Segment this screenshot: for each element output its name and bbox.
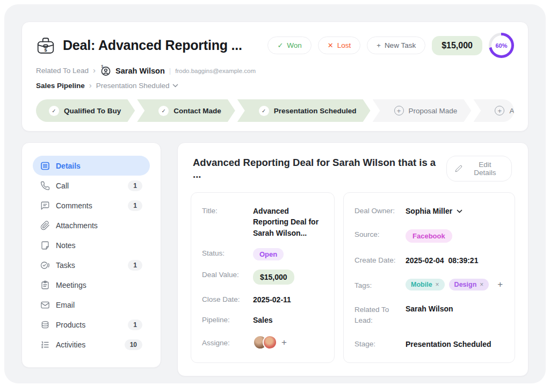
sidebar-item-call[interactable]: Call 1	[33, 176, 150, 195]
stage-label: Presentation Scheduled	[274, 107, 357, 115]
sidebar-item-details[interactable]: Details	[33, 156, 150, 176]
sidebar-item-meetings[interactable]: Meetings	[33, 275, 150, 295]
stage-presentation-scheduled[interactable]: ✓ Presentation Scheduled	[237, 99, 371, 122]
phone-icon	[40, 181, 50, 191]
meetings-icon	[40, 280, 50, 290]
breadcrumb: Related To Lead › $ Sarah Wilson | frodo…	[36, 65, 514, 76]
stage-appointment-scheduled[interactable]: + Appointment Scheduled	[473, 99, 514, 122]
stage-dropdown[interactable]: Presentation Sheduled	[96, 82, 179, 90]
field-status: Status: Open	[202, 248, 323, 260]
stage-label: Qualified To Buy	[64, 107, 121, 115]
title-row: $ Deal: Advanced Reporting ... ✓ Won ✕ L…	[36, 33, 514, 58]
edit-details-label: Edit Details	[467, 161, 503, 177]
count-badge: 1	[128, 320, 142, 330]
deal-section-title: Advanced Reporting Deal for Sarah Wilson…	[193, 157, 446, 180]
field-label: Pipeline:	[202, 315, 253, 324]
status-badge: Open	[253, 248, 284, 260]
field-value: Sales	[253, 315, 273, 325]
lost-button[interactable]: ✕ Lost	[318, 37, 360, 54]
field-label: Title:	[202, 206, 253, 215]
pipeline-name[interactable]: Sales Pipeline	[36, 82, 85, 90]
field-value: Advanced Reporting Deal for Sarah Wilson…	[253, 206, 323, 238]
field-label: Deal Owner:	[354, 206, 406, 215]
field-assignee: Assigne: +	[202, 335, 323, 350]
sidebar-item-notes[interactable]: Notes	[33, 235, 150, 255]
plus-icon: +	[495, 106, 504, 115]
assignee-avatar[interactable]	[263, 335, 277, 350]
close-icon: ✕	[328, 42, 334, 49]
notes-icon	[40, 241, 50, 250]
count-badge: 1	[128, 260, 142, 271]
field-pipeline: Pipeline: Sales	[202, 315, 323, 325]
lead-name-link[interactable]: Sarah Wilson	[115, 67, 165, 75]
stage-proposal-made[interactable]: + Proposal Made	[373, 99, 472, 122]
svg-text:$: $	[102, 65, 104, 68]
remove-tag-icon[interactable]: ×	[480, 281, 483, 288]
sidebar-item-label: Call	[56, 182, 69, 190]
field-related-lead: Related To Lead: Sarah Wilson	[354, 303, 504, 326]
won-label: Won	[287, 41, 302, 49]
info-cards: Title: Advanced Reporting Deal for Sarah…	[191, 192, 515, 363]
activities-icon	[40, 340, 50, 350]
add-assignee-icon[interactable]: +	[281, 337, 287, 348]
lead-avatar-icon: $	[100, 65, 111, 76]
field-deal-value: Deal Value: $15,000	[202, 270, 323, 285]
page-container: $ Deal: Advanced Reporting ... ✓ Won ✕ L…	[4, 4, 546, 383]
field-deal-owner: Deal Owner: Sophia Miller	[354, 206, 504, 216]
tag-design[interactable]: Design ×	[449, 279, 489, 291]
field-source: Source: Facebook	[354, 229, 504, 243]
source-badge: Facebook	[406, 229, 452, 243]
sidebar-item-email[interactable]: Email	[33, 295, 150, 315]
edit-details-button[interactable]: Edit Details	[446, 156, 512, 182]
sidebar-item-comments[interactable]: Comments 1	[33, 195, 150, 215]
field-label: Stage:	[354, 339, 406, 348]
check-icon: ✓	[158, 106, 169, 116]
sidebar-item-tasks[interactable]: Tasks 1	[33, 255, 150, 275]
new-task-button[interactable]: + New Task	[367, 37, 425, 54]
briefcase-dollar-icon: $	[36, 37, 55, 55]
stage-dropdown-value: Presentation Sheduled	[96, 82, 170, 90]
tag-mobile[interactable]: Mobile ×	[406, 279, 445, 291]
field-label: Related To Lead:	[354, 303, 391, 326]
field-close-date: Close Date: 2025-02-11	[202, 294, 323, 305]
pipeline-stage-bar: ✓ Qualified To Buy ✓ Contact Made ✓ Pres…	[36, 99, 514, 122]
progress-label: 60%	[489, 33, 514, 58]
pipe-separator: |	[169, 67, 171, 75]
comments-icon	[40, 201, 50, 210]
sidebar-item-label: Notes	[56, 241, 76, 250]
sidebar-item-activities[interactable]: Activities 10	[33, 335, 150, 354]
add-tag-icon[interactable]: +	[497, 279, 503, 290]
stage-qualified-to-buy[interactable]: ✓ Qualified To Buy	[36, 99, 135, 122]
remove-tag-icon[interactable]: ×	[436, 281, 439, 288]
check-icon: ✓	[259, 106, 269, 116]
main-panel: Advanced Reporting Deal for Sarah Wilson…	[177, 142, 529, 376]
field-label: Deal Value:	[202, 270, 253, 279]
won-button[interactable]: ✓ Won	[267, 37, 311, 54]
deal-owner-dropdown[interactable]: Sophia Miller	[406, 206, 462, 216]
field-tags: Tags: Mobile × Design × +	[354, 279, 504, 291]
plus-icon: +	[377, 42, 381, 49]
deal-meta-card: Deal Owner: Sophia Miller Source: Facebo…	[343, 192, 515, 363]
main-panel-header: Advanced Reporting Deal for Sarah Wilson…	[191, 156, 515, 182]
new-task-label: New Task	[385, 41, 416, 49]
field-value: 2025-02-11	[253, 294, 291, 305]
tasks-icon	[40, 260, 50, 270]
chevron-down-icon	[172, 84, 178, 88]
chevron-down-icon	[457, 209, 462, 213]
details-icon	[40, 161, 50, 171]
deal-value-badge: $15,000	[253, 270, 294, 285]
related-lead-value[interactable]: Sarah Wilson	[406, 303, 453, 314]
tag-label: Design	[454, 281, 477, 288]
check-icon: ✓	[49, 106, 59, 116]
stage-contact-made[interactable]: ✓ Contact Made	[137, 99, 235, 122]
pencil-icon	[455, 165, 462, 172]
deal-owner-value: Sophia Miller	[406, 206, 452, 216]
count-badge: 10	[125, 339, 142, 350]
related-to-lead-crumb[interactable]: Related To Lead	[36, 67, 89, 75]
stage-value: Presentation Scheduled	[406, 339, 491, 350]
sidebar-item-products[interactable]: Products 1	[33, 315, 150, 335]
sidebar-item-attachments[interactable]: Attachments	[33, 215, 150, 235]
sidebar: Details Call 1 Comments 1 Attachments	[21, 142, 161, 368]
deal-amount-badge: $15,000	[432, 36, 482, 55]
deal-summary-card: Title: Advanced Reporting Deal for Sarah…	[191, 192, 335, 363]
